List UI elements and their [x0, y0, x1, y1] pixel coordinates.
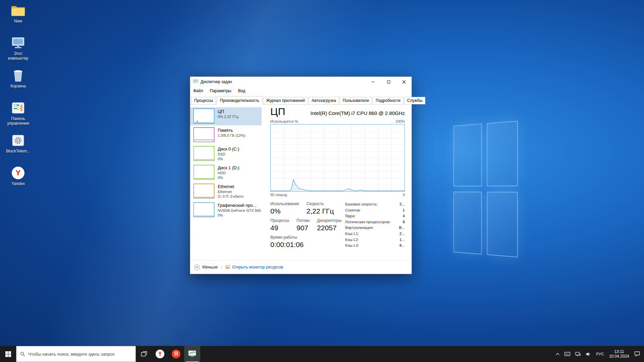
detail-label: Ядра:	[345, 213, 356, 219]
detail-value: 1...	[399, 237, 405, 243]
tab-details[interactable]: Подробности	[373, 97, 404, 104]
chart-top-labels: Используется % 100%	[270, 119, 405, 123]
sidebar-item-title: Диск 0 (C:)	[218, 146, 239, 152]
tab-app-history[interactable]: Журнал приложений	[263, 97, 308, 104]
menu-view[interactable]: Вид	[238, 88, 245, 93]
network-icon[interactable]	[575, 352, 581, 356]
desktop-icon-label: BlockTelem...	[6, 149, 30, 154]
desktop-icon-label: New	[14, 19, 22, 23]
taskbar-clock[interactable]: 13:11 10.04.2024	[609, 349, 629, 359]
detail-value: 2...	[399, 231, 405, 237]
sidebar-item-gpu[interactable]: Графический про... NVIDIA GeForce GTX 66…	[190, 201, 262, 219]
menu-options[interactable]: Параметры	[210, 88, 231, 93]
cpu-usage-chart	[270, 124, 405, 192]
detail-label: Базовая скорость:	[345, 201, 378, 207]
sidebar-item-line2: 0%	[218, 175, 239, 180]
windows-start-icon	[5, 351, 11, 357]
input-language-indicator[interactable]: РУС	[596, 352, 604, 356]
taskbar-app-task-manager[interactable]	[184, 346, 200, 362]
stat-label: Скорость	[307, 201, 334, 206]
sidebar-item-ethernet[interactable]: Ethernet Ethernet О: 0 П: 0 кбит/с	[190, 182, 262, 200]
sidebar-item-text: ЦП 0% 2,22 ГГц	[218, 109, 238, 119]
stat-value: 0:00:01:06	[270, 241, 304, 249]
desktop-icon-yandex[interactable]: Y Yandex	[2, 166, 34, 194]
resource-monitor-icon	[225, 265, 230, 269]
desktop-icon-blocktelem[interactable]: BlockTelem...	[2, 133, 34, 162]
desktop-icon-this-pc[interactable]: Этот компьютер	[2, 36, 34, 64]
tab-processes[interactable]: Процессы	[191, 97, 216, 104]
detail-value: В...	[399, 225, 405, 231]
start-button[interactable]	[0, 346, 16, 362]
tab-users[interactable]: Пользователи	[340, 97, 372, 104]
taskbar-app-yandex[interactable]: Я	[168, 346, 184, 362]
task-manager-window: Диспетчер задач Файл Параметры Вид Проце…	[190, 76, 412, 274]
sidebar-item-cpu[interactable]: ЦП 0% 2,22 ГГц	[190, 107, 262, 125]
detail-value: 4	[403, 213, 405, 219]
sidebar-item-title: ЦП	[218, 109, 238, 114]
menu-bar: Файл Параметры Вид	[190, 87, 412, 96]
tab-strip: Процессы Производительность Журнал прило…	[190, 96, 412, 105]
sidebar-item-text: Ethernet Ethernet О: 0 П: 0 кбит/с	[218, 184, 244, 199]
sidebar-item-line1: Ethernet	[218, 189, 244, 194]
volume-icon[interactable]	[586, 352, 591, 356]
maximize-button[interactable]	[381, 77, 396, 87]
taskbar-search-input[interactable]	[28, 352, 132, 357]
titlebar[interactable]: Диспетчер задач	[190, 77, 412, 87]
menu-file[interactable]: Файл	[193, 88, 203, 93]
chart-ymax-label: 100%	[395, 119, 405, 123]
sidebar-item-text: Диск 0 (C:) SSD 0%	[218, 146, 239, 161]
detail-row: Сокетов:1	[345, 207, 405, 214]
fewer-details-button[interactable]: Меньше	[194, 264, 218, 270]
desktop-icon-control-panel[interactable]: Панель управления	[2, 101, 34, 129]
tray-time: 13:11	[614, 349, 624, 354]
touch-keyboard-icon[interactable]	[565, 352, 570, 356]
gpu-mini-graph	[194, 202, 214, 217]
stat-label: Дескрипторы	[317, 218, 341, 223]
sidebar-item-disk0[interactable]: Диск 0 (C:) SSD 0%	[190, 145, 262, 163]
tab-services[interactable]: Службы	[404, 97, 425, 104]
minimize-button[interactable]	[365, 77, 381, 87]
tab-performance[interactable]: Производительность	[217, 96, 262, 105]
minimize-icon	[371, 82, 375, 82]
memory-mini-graph	[194, 127, 214, 142]
detail-value: 8	[403, 219, 405, 225]
desktop: New Этот компьютер Корзина Панель управл…	[0, 0, 644, 362]
logo-pane	[487, 192, 518, 257]
detail-value: 1	[403, 207, 405, 214]
action-center-button[interactable]	[634, 351, 640, 357]
sidebar-item-disk1[interactable]: Диск 1 (D:) HDD 0%	[190, 164, 262, 182]
computer-icon	[10, 36, 26, 50]
task-view-button[interactable]	[136, 346, 152, 362]
ethernet-usage-line	[194, 197, 214, 197]
sidebar-item-line1: 0% 2,22 ГГц	[218, 114, 238, 119]
stat-label: Использование	[270, 201, 299, 206]
sidebar-item-title: Память	[218, 128, 245, 133]
detail-label: Кэш L3:	[345, 243, 359, 249]
sidebar-item-line2: О: 0 П: 0 кбит/с	[218, 194, 244, 199]
sidebar-item-memory[interactable]: Память 1,0/8,0 ГБ (12%)	[190, 126, 262, 144]
hidden-icons-chevron[interactable]	[556, 353, 559, 355]
control-panel-icon	[10, 101, 26, 115]
sidebar-item-title: Графический про...	[218, 203, 260, 208]
desktop-icon-new-folder[interactable]: New	[2, 3, 34, 32]
desktop-icon-label: Yandex	[11, 181, 25, 186]
window-title: Диспетчер задач	[201, 79, 232, 84]
detail-row: Кэш L1:2...	[345, 231, 405, 237]
sidebar-item-text: Диск 1 (D:) HDD 0%	[218, 165, 239, 180]
yandex-glyph: Y	[12, 167, 24, 179]
desktop-icon-label: Корзина	[10, 84, 26, 88]
detail-value: 8...	[399, 243, 405, 249]
detail-row: Ядра:4	[345, 213, 405, 219]
performance-sidebar: ЦП 0% 2,22 ГГц Память 1,0/8,0 ГБ (12%)	[190, 105, 262, 260]
task-manager-icon	[188, 350, 196, 358]
desktop-icon-label: Этот компьютер	[4, 51, 33, 61]
close-button[interactable]	[396, 77, 412, 87]
sidebar-item-line2: 0%	[218, 157, 239, 161]
desktop-icon-recycle-bin[interactable]: Корзина	[2, 68, 34, 97]
tab-startup[interactable]: Автозагрузка	[309, 97, 339, 104]
detail-label: Виртуализация:	[345, 225, 374, 231]
taskbar-app-yandex-browser[interactable]: Y	[152, 346, 168, 362]
open-resource-monitor-link[interactable]: Открыть монитор ресурсов	[225, 265, 283, 269]
stat-value: 22057	[317, 224, 341, 232]
stat-uptime: Время работы 0:00:01:06	[270, 235, 304, 249]
